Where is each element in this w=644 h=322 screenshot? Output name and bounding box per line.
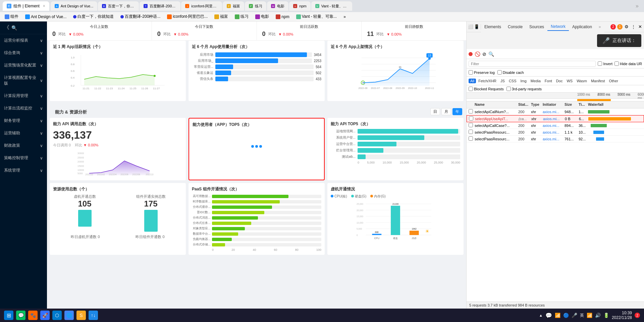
browser-tab-2[interactable]: A Ant Design of Vue... xyxy=(51,1,97,11)
network-tray[interactable]: 📶 xyxy=(555,313,560,318)
more-tabs-btn[interactable]: » xyxy=(633,3,641,9)
paas-row-3: 普IDC数... xyxy=(192,210,321,215)
devtools-device-btn[interactable]: 📱 xyxy=(474,24,479,30)
wifi-tray[interactable]: 📶 xyxy=(587,313,592,318)
mic-tray[interactable]: 🎤 xyxy=(572,313,577,318)
bookmark-5[interactable]: iconfont-阿里巴巴... xyxy=(165,13,210,20)
bookmark-7[interactable]: 练习 xyxy=(233,13,251,20)
sidebar-item-6[interactable]: 财务管理 ∨ xyxy=(0,114,47,127)
bookmark-2[interactable]: Ant Design of Vue... xyxy=(23,14,68,20)
clear-btn[interactable]: 🚫 xyxy=(475,51,480,57)
network-row-4[interactable]: selectPaasResourc... 200 xhr axios.mi...… xyxy=(467,136,644,142)
hbar-row-0: 应用市场 3454 xyxy=(192,52,321,57)
sidebar-item-4[interactable]: 计算应用管理 ∨ xyxy=(0,90,47,102)
taskbar-sublime[interactable]: S xyxy=(76,311,86,320)
search-btn[interactable]: 🔍 xyxy=(488,51,494,57)
browser-tab-8[interactable]: M 电影 xyxy=(267,1,288,11)
blocked-requests-checkbox[interactable]: Blocked Requests xyxy=(469,87,504,91)
bookmark-3[interactable]: 白度一下，你就知道 xyxy=(71,13,116,20)
bookmark-6[interactable]: 福富 xyxy=(212,13,230,20)
lang-indicator[interactable]: 英 xyxy=(580,313,584,318)
browser-tab-7[interactable]: P 练习 xyxy=(245,1,266,11)
devtools-tab-more[interactable]: » xyxy=(595,23,604,31)
period-btn-day[interactable]: 日 xyxy=(430,108,440,115)
top5-row-1: 系统用户登... xyxy=(331,135,460,140)
taskbar-lark[interactable]: 🚀 xyxy=(40,311,50,320)
sidebar-item-0[interactable]: 运营分析报表 ∨ xyxy=(0,34,47,47)
devtools-menu-btn[interactable]: ⋮ xyxy=(631,24,636,30)
bookmark-8[interactable]: 电影 xyxy=(253,13,271,20)
sidebar-item-9[interactable]: 策略控制管理 ∨ xyxy=(0,152,47,164)
type-btn-font[interactable]: Font xyxy=(543,79,554,83)
devtools-tab-sources[interactable]: Sources xyxy=(526,23,547,31)
disable-cache-checkbox[interactable]: Disable cach xyxy=(497,70,524,75)
type-btn-media[interactable]: Media xyxy=(529,79,542,83)
bookmark-4[interactable]: 百度翻译-200种语... xyxy=(118,13,162,20)
vpn-tray[interactable]: 🔵 xyxy=(563,313,569,318)
type-btn-xhr[interactable]: Fetch/XHR xyxy=(477,79,498,83)
taskbar-chrome[interactable]: 🌐 xyxy=(64,311,74,320)
browser-tab-5[interactable]: i iconfont-阿里巴巴... xyxy=(181,1,222,11)
sidebar-item-3[interactable]: 计算视图配置专业版 ∨ xyxy=(0,72,47,90)
devtools-close-btn[interactable]: ✕ xyxy=(637,24,643,30)
sidebar-item-10[interactable]: 系统管理 ∨ xyxy=(0,164,47,177)
devtools-tab-elements[interactable]: Elements xyxy=(481,23,504,31)
devtools-tab-network[interactable]: Network xyxy=(547,23,569,31)
type-btn-ws[interactable]: WS xyxy=(565,79,574,83)
sidebar-item-1[interactable]: 综合查询 ∨ xyxy=(0,47,47,59)
bookmark-1[interactable]: 组件 xyxy=(3,13,20,20)
tab-close[interactable]: × xyxy=(43,4,45,8)
taskbar-ftp[interactable]: ↑↓ xyxy=(89,311,98,320)
filter-input[interactable] xyxy=(469,61,596,67)
wechat-tray[interactable]: 💬 xyxy=(545,312,552,319)
bookmark-9[interactable]: npm xyxy=(274,14,291,20)
type-btn-other[interactable]: Other xyxy=(607,79,620,83)
devtools-inspect-btn[interactable]: ⬜ xyxy=(468,24,473,30)
period-btn-month[interactable]: 月 xyxy=(441,108,451,115)
invert-checkbox[interactable]: Invert xyxy=(598,61,612,66)
sidebar-item-5[interactable]: 计算出流程监控 ∨ xyxy=(0,102,47,114)
weekly-line-svg: 0.2 0.4 0.6 0.8 1.0 11-21 11-22 11-23 11… xyxy=(53,52,182,92)
taskbar-wechat[interactable]: 💬 xyxy=(16,311,25,320)
search-icon[interactable]: 🔍 xyxy=(11,25,17,31)
type-btn-all[interactable]: All xyxy=(469,79,476,83)
browser-tab-3[interactable]: B 百度一下，你就知道 xyxy=(98,1,139,11)
sidebar-item-2[interactable]: 运营预场景化配置 ∨ xyxy=(0,59,47,72)
more-bookmarks[interactable]: » xyxy=(341,14,348,20)
type-btn-doc[interactable]: Doc xyxy=(554,79,565,83)
devtools-settings-btn[interactable]: ⚙ xyxy=(624,24,629,30)
network-toolbar: 🚫 ⊘ 🔍 xyxy=(467,49,644,59)
network-row-3[interactable]: selectPaasResourc... 200 xhr axios.mi...… xyxy=(467,129,644,136)
network-row-0[interactable]: selectApiCallNum?... 200 xhr axios.mi...… xyxy=(467,108,644,115)
hide-data-url-checkbox[interactable]: Hide data UR xyxy=(614,61,642,66)
network-row-1[interactable]: selectAppUseApiT... (ca... xhr axios.mi.… xyxy=(467,115,644,122)
network-row-2[interactable]: selectApiCallCase?... 200 xhr axios.mi..… xyxy=(467,122,644,129)
bookmark-10[interactable]: Vant - 轻量、可靠... xyxy=(294,13,339,20)
taskbar-app3[interactable]: 🐾 xyxy=(28,311,38,320)
start-btn[interactable]: ⊞ xyxy=(4,311,13,320)
period-btn-year[interactable]: 年 xyxy=(452,108,462,115)
taskbar-vscode[interactable]: ⬡ xyxy=(52,311,62,320)
type-btn-img[interactable]: Img xyxy=(519,79,528,83)
browser-tab-9[interactable]: n npm xyxy=(289,1,310,11)
collapse-btn[interactable]: 《 xyxy=(4,24,9,31)
type-btn-js[interactable]: JS xyxy=(499,79,506,83)
battery-tray[interactable]: 🔋 xyxy=(603,313,609,318)
preserve-log-checkbox[interactable]: Preserve log xyxy=(469,70,495,75)
sidebar-item-8[interactable]: 财政政策 ∨ xyxy=(0,139,47,152)
sidebar-item-7[interactable]: 运营辅助 ∨ xyxy=(0,127,47,139)
record-btn[interactable] xyxy=(469,52,473,56)
filter-toggle-btn[interactable]: ⊘ xyxy=(482,51,486,57)
type-btn-wasm[interactable]: Wasm xyxy=(575,79,589,83)
notification-count[interactable]: 2 xyxy=(635,313,640,318)
volume-tray[interactable]: 🔊 xyxy=(595,313,601,318)
devtools-tab-application[interactable]: Application xyxy=(569,23,595,31)
browser-tab-active[interactable]: E 组件 | Element × xyxy=(3,1,49,11)
type-btn-manifest[interactable]: Manifest xyxy=(589,79,607,83)
devtools-tab-console[interactable]: Console xyxy=(504,23,526,31)
third-party-checkbox[interactable]: 3rd-party requests xyxy=(506,87,542,91)
browser-tab-6[interactable]: F 福富 xyxy=(223,1,244,11)
browser-tab-10[interactable]: V Vant - 轻量、可靠... xyxy=(311,1,352,11)
browser-tab-4[interactable]: T 百度翻译-200种语... xyxy=(140,1,180,11)
type-btn-css[interactable]: CSS xyxy=(507,79,518,83)
